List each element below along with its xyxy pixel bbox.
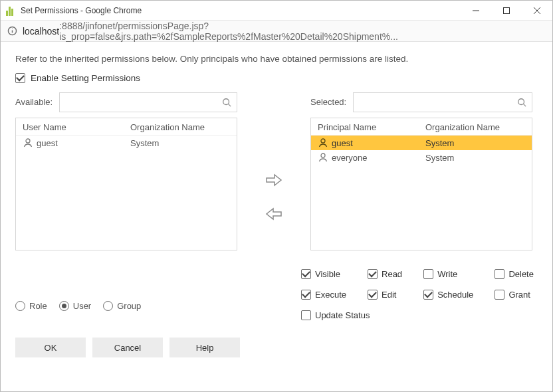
list-item[interactable]: guestSystem	[16, 136, 237, 150]
visible-label: Visible	[315, 269, 340, 279]
svg-rect-1	[504, 7, 510, 13]
enable-permissions-label: Enable Setting Permissions	[31, 73, 140, 83]
edit-label: Edit	[382, 290, 396, 300]
window-titlebar: Set Permissions - Google Chrome	[1, 1, 552, 21]
minimize-button[interactable]	[461, 1, 491, 21]
role-label: Role	[29, 301, 47, 311]
permissions-grid: VisibleReadWriteDeleteExecuteEditSchedul…	[301, 269, 538, 320]
svg-point-10	[518, 99, 524, 105]
svg-point-9	[26, 139, 30, 143]
principal-type-radios: Role User Group	[15, 269, 301, 320]
group-radio[interactable]	[103, 301, 113, 311]
org-name: System	[130, 138, 230, 148]
principal-name: everyone	[332, 153, 367, 163]
read-label: Read	[382, 269, 402, 279]
list-item[interactable]: guestSystem	[311, 136, 532, 150]
address-host: localhost	[23, 26, 59, 37]
svg-point-12	[321, 139, 325, 143]
user-icon	[318, 138, 328, 148]
group-label: Group	[117, 301, 141, 311]
grant-label: Grant	[508, 290, 530, 300]
delete-checkbox[interactable]	[495, 269, 504, 279]
list-item[interactable]: everyoneSystem	[311, 150, 532, 165]
selected-label: Selected:	[310, 97, 346, 107]
user-radio[interactable]	[59, 301, 69, 311]
remove-button[interactable]	[265, 207, 282, 223]
available-list[interactable]: User Name Organization Name guestSystem	[15, 118, 237, 250]
add-button[interactable]	[265, 173, 282, 189]
help-button[interactable]: Help	[169, 338, 240, 357]
enable-permissions-checkbox[interactable]	[15, 73, 25, 83]
selected-list[interactable]: Principal Name Organization Name guestSy…	[310, 118, 532, 250]
edit-checkbox[interactable]	[368, 290, 378, 300]
execute-checkbox[interactable]	[301, 290, 311, 300]
svg-line-8	[229, 104, 231, 107]
write-checkbox[interactable]	[423, 269, 433, 279]
read-checkbox[interactable]	[368, 269, 378, 279]
grant-checkbox[interactable]	[495, 290, 504, 300]
org-name: System	[425, 138, 525, 148]
window-title: Set Permissions - Google Chrome	[21, 6, 142, 15]
maximize-button[interactable]	[491, 1, 522, 21]
update_status-checkbox[interactable]	[301, 310, 311, 320]
user-icon	[318, 152, 328, 163]
col-principal-name: Principal Name	[318, 122, 425, 132]
svg-point-7	[223, 99, 229, 105]
col-org-name: Organization Name	[425, 122, 525, 132]
schedule-checkbox[interactable]	[423, 290, 433, 300]
schedule-label: Schedule	[437, 290, 473, 300]
ok-button[interactable]: OK	[15, 338, 86, 357]
role-radio[interactable]	[15, 301, 25, 311]
visible-checkbox[interactable]	[301, 269, 311, 279]
svg-point-13	[321, 153, 325, 157]
available-label: Available:	[15, 97, 53, 107]
search-icon	[517, 98, 526, 107]
selected-panel: Selected: Principal Name Organization Na…	[310, 92, 532, 250]
instruction-text: Refer to the inherited permissions below…	[15, 54, 538, 64]
principal-name: guest	[37, 138, 58, 148]
app-icon	[6, 5, 17, 16]
update_status-label: Update Status	[315, 310, 370, 320]
principal-name: guest	[332, 138, 353, 148]
address-path: :8888/jinfonet/permissionsPage.jsp?is_pr…	[59, 21, 546, 42]
close-button[interactable]	[522, 1, 552, 21]
user-label: User	[73, 301, 91, 311]
available-search[interactable]	[59, 92, 237, 112]
org-name: System	[425, 153, 525, 163]
available-panel: Available: User Name Organization Name g…	[15, 92, 237, 250]
search-icon	[222, 98, 231, 107]
user-icon	[23, 138, 33, 148]
col-user-name: User Name	[23, 122, 130, 132]
cancel-button[interactable]: Cancel	[92, 338, 163, 357]
info-icon	[7, 26, 17, 36]
address-bar[interactable]: localhost:8888/jinfonet/permissionsPage.…	[1, 21, 552, 42]
svg-line-11	[524, 104, 526, 107]
delete-label: Delete	[508, 269, 534, 279]
svg-point-6	[12, 29, 13, 29]
execute-label: Execute	[315, 290, 346, 300]
selected-search[interactable]	[353, 92, 532, 112]
col-org-name: Organization Name	[130, 122, 230, 132]
write-label: Write	[437, 269, 457, 279]
